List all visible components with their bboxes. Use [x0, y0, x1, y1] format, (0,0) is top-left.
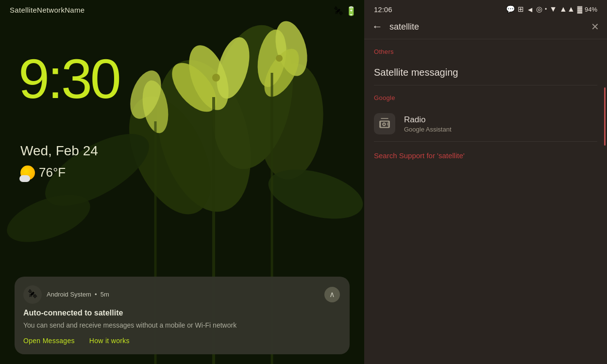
wifi-icon: ▼	[549, 5, 557, 14]
radio-svg-icon	[378, 117, 391, 130]
radio-icon-box	[374, 113, 395, 134]
notification-body: You can send and receive messages withou…	[23, 320, 340, 330]
radio-result-name: Radio	[404, 115, 452, 125]
navigation-icon: ◄	[526, 5, 534, 14]
satellite-messaging-title: Satellite messaging	[374, 67, 458, 78]
section-label-google: Google	[364, 85, 607, 106]
radio-result-text: Radio Google Assistant	[404, 115, 452, 133]
support-search-link[interactable]: Search Support for 'satellite'	[364, 142, 607, 170]
panel-status-bar: 12:06 💬 ⊞ ◄ ◎ • ▼ ▲▲ ▓ 94%	[364, 0, 607, 17]
target-icon: ◎	[536, 5, 542, 14]
svg-point-13	[212, 74, 220, 82]
notification-app-name: Android System • 5m	[47, 291, 109, 298]
weather-icon	[20, 165, 35, 180]
radio-result[interactable]: Radio Google Assistant	[364, 106, 607, 141]
clock-display: 9:30	[18, 51, 119, 107]
satellite-messaging-result[interactable]: Satellite messaging	[364, 60, 607, 85]
open-messages-button[interactable]: Open Messages	[23, 337, 75, 345]
notification-expand-button[interactable]: ∧	[324, 287, 340, 302]
grid-icon: ⊞	[518, 5, 524, 14]
battery-percent: 94%	[585, 6, 597, 13]
battery-icon: 🔋	[346, 6, 356, 17]
search-query-text[interactable]: satellite	[389, 22, 584, 32]
signal-icon: ▲▲	[559, 5, 575, 14]
network-name: SatelliteNetworkName	[10, 6, 84, 14]
dot-icon: •	[545, 6, 547, 13]
satellite-status-icon: 🛰	[334, 6, 343, 17]
notification-app-icon: 🛰	[23, 285, 42, 304]
panel-status-icons: 💬 ⊞ ◄ ◎ • ▼ ▲▲ ▓ 94%	[506, 5, 597, 14]
search-bar: ← satellite ✕	[364, 17, 607, 39]
battery-level-icon: ▓	[577, 5, 582, 13]
status-bar-right: 🛰 🔋	[334, 6, 356, 17]
section-label-others: Others	[364, 39, 607, 60]
chevron-up-icon: ∧	[329, 290, 335, 299]
date-display: Wed, Feb 24	[20, 143, 98, 159]
panel-scrollbar[interactable]	[604, 87, 606, 146]
notification-actions: Open Messages How it works	[23, 337, 340, 345]
notification-title: Auto-connected to satellite	[23, 309, 340, 317]
search-clear-button[interactable]: ✕	[591, 21, 599, 33]
panel-time: 12:06	[374, 5, 392, 14]
support-link-text: Search Support for 'satellite'	[374, 151, 465, 160]
whatsapp-icon: 💬	[506, 5, 515, 14]
search-back-button[interactable]: ←	[372, 20, 383, 33]
notification-header-left: 🛰 Android System • 5m	[23, 285, 109, 304]
phone-screen: SatelliteNetworkName 🛰 🔋 9:30 Wed, Feb 2…	[0, 0, 364, 364]
temperature-display: 76°F	[39, 165, 66, 180]
how-it-works-button[interactable]: How it works	[89, 337, 130, 345]
notification-header: 🛰 Android System • 5m ∧	[23, 285, 340, 304]
results-area: Others Satellite messaging Google Radio …	[364, 39, 607, 364]
svg-point-14	[276, 55, 283, 62]
weather-display: 76°F	[20, 165, 66, 180]
radio-result-subtitle: Google Assistant	[404, 126, 452, 133]
notification-card: 🛰 Android System • 5m ∧ Auto-connected t…	[15, 277, 350, 354]
search-panel: 12:06 💬 ⊞ ◄ ◎ • ▼ ▲▲ ▓ 94% ← satellite ✕…	[364, 0, 607, 364]
